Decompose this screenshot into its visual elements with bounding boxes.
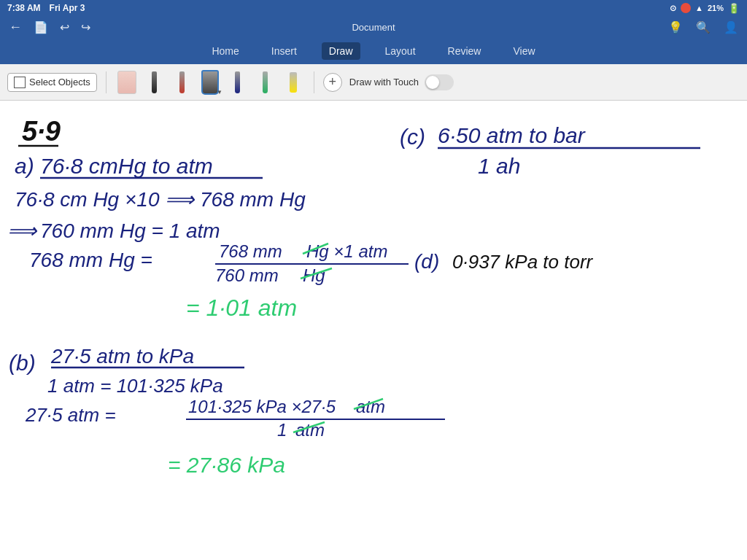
status-icons: ⊙ ▲ 21% 🔋 xyxy=(670,3,740,14)
problem-c-partial: 1 ah xyxy=(478,154,520,178)
eraser-tool[interactable] xyxy=(115,69,139,96)
toolbar-divider-2 xyxy=(314,71,314,93)
problem-a-text: 76·8 cmHg to atm xyxy=(40,154,213,178)
pen-yellow-icon xyxy=(290,72,297,93)
select-objects-icon xyxy=(14,77,26,88)
paren-d: (d) xyxy=(414,250,439,273)
add-tool-button[interactable]: + xyxy=(323,73,342,92)
account-icon[interactable]: 👤 xyxy=(722,19,740,36)
menu-layout[interactable]: Layout xyxy=(378,42,423,60)
select-objects-label: Select Objects xyxy=(29,77,90,88)
step1-text: 76·8 cm Hg ×10 ⟹ 768 mm Hg xyxy=(15,188,306,211)
status-bar: 7:38 AM Fri Apr 3 ⊙ ▲ 21% 🔋 xyxy=(0,0,747,16)
status-date: Fri Apr 3 xyxy=(50,3,670,13)
pen-green-tool[interactable] xyxy=(254,69,277,96)
result-a: = 1·01 atm xyxy=(186,295,297,321)
pen-green-icon xyxy=(263,71,268,93)
menu-bar: Home Insert Draw Layout Review View xyxy=(0,38,747,64)
frac-b-den: 1 xyxy=(277,420,287,440)
frac-den2: Hg xyxy=(303,265,325,285)
title-bar: ← 📄 ↩ ↪ Document 💡 🔍 👤 xyxy=(0,16,747,38)
undo-button[interactable]: ↩ xyxy=(58,19,71,36)
problem-a-label: a) xyxy=(15,154,34,178)
pen-darkblue-tool[interactable] xyxy=(226,69,249,96)
status-time: 7:38 AM xyxy=(7,3,41,13)
menu-insert[interactable]: Insert xyxy=(264,42,304,60)
draw-touch-container: Draw with Touch xyxy=(349,74,454,90)
step-b2-label: 27·5 atm = xyxy=(25,404,116,426)
select-objects-section: Select Objects xyxy=(7,73,97,92)
draw-touch-label: Draw with Touch xyxy=(349,77,419,88)
eraser-icon xyxy=(117,71,136,94)
step2-text: 760 mm Hg = 1 atm xyxy=(40,219,220,242)
toggle-knob xyxy=(426,76,439,89)
menu-home[interactable]: Home xyxy=(204,42,246,60)
step3-label: 768 mm Hg = xyxy=(29,249,152,271)
step-b1: 1 atm = 101·325 kPa xyxy=(47,375,223,397)
lightbulb-icon[interactable]: 💡 xyxy=(667,19,684,36)
pen-gray-tool[interactable]: ▼ xyxy=(198,69,222,96)
frac-b-num: 101·325 kPa ×27·5 xyxy=(188,397,336,416)
draw-touch-toggle[interactable] xyxy=(425,74,454,90)
document-title: Document xyxy=(352,22,395,33)
problem-d-text: 0·937 kPa to torr xyxy=(452,251,594,273)
pen-yellow-tool[interactable] xyxy=(282,69,305,96)
menu-draw[interactable]: Draw xyxy=(322,42,360,60)
wifi-icon: ▲ xyxy=(695,4,703,12)
pen-darkblue-icon xyxy=(235,71,240,93)
battery-label: 21% xyxy=(708,4,724,12)
record-icon xyxy=(681,3,691,13)
pen-red-tool[interactable] xyxy=(171,69,194,96)
problem-b-text: 27·5 atm to kPa xyxy=(50,345,194,368)
search-icon[interactable]: 🔍 xyxy=(694,19,712,36)
file-icon[interactable]: 📄 xyxy=(32,19,50,36)
toolbar-divider-1 xyxy=(106,71,107,93)
battery-icon: 🔋 xyxy=(728,3,740,14)
pen-dropdown-arrow: ▼ xyxy=(217,89,222,96)
airplay-icon: ⊙ xyxy=(670,4,676,13)
pen-black-tool[interactable] xyxy=(143,69,166,96)
nav-icons: ← 📄 ↩ ↪ xyxy=(7,18,92,36)
arrow1: ⟹ xyxy=(7,219,38,242)
frac-num: 768 mm xyxy=(219,241,282,261)
toolbar: Select Objects ▼ + Draw with Touch xyxy=(0,64,747,101)
pen-black-icon xyxy=(152,71,157,93)
select-objects-button[interactable]: Select Objects xyxy=(7,73,97,92)
handwriting-canvas[interactable]: 5·9 a) 76·8 cmHg to atm 76·8 cm Hg ×10 ⟹… xyxy=(0,101,747,560)
content-area: 5·9 a) 76·8 cmHg to atm 76·8 cm Hg ×10 ⟹… xyxy=(0,101,747,560)
redo-button[interactable]: ↪ xyxy=(80,19,92,36)
paren-b: (b) xyxy=(9,351,36,375)
title-59: 5·9 xyxy=(22,116,61,147)
paren-c: (c) xyxy=(400,125,425,149)
menu-review[interactable]: Review xyxy=(441,42,489,60)
result-b: = 27·86 kPa xyxy=(168,453,285,477)
right-icons: 💡 🔍 👤 xyxy=(667,19,740,36)
frac-den: 760 mm xyxy=(215,265,279,285)
frac-num2: Hg ×1 atm xyxy=(306,241,387,261)
problem-c-text: 6·50 atm to bar xyxy=(438,123,586,147)
menu-view[interactable]: View xyxy=(506,42,542,60)
back-button[interactable]: ← xyxy=(7,18,23,36)
pen-red-icon xyxy=(179,71,185,93)
